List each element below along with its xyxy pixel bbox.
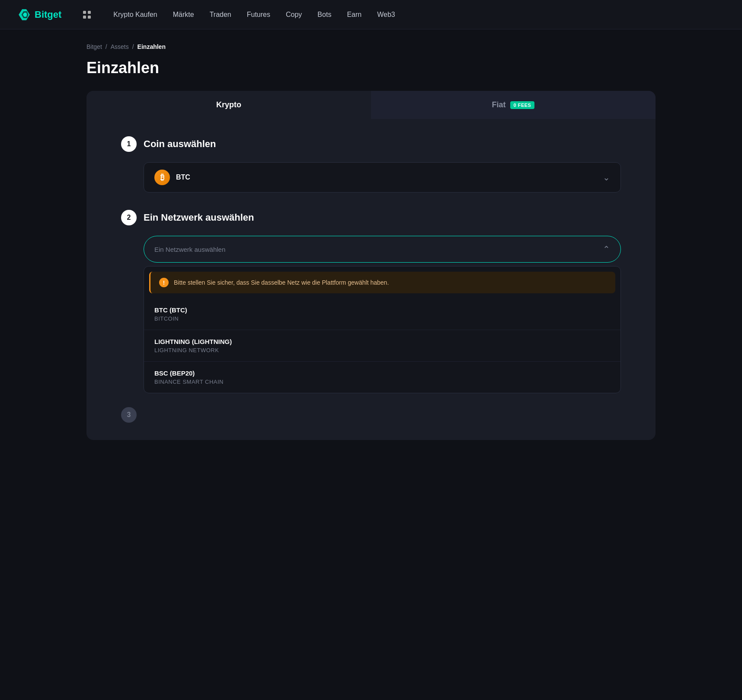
warning-text: Bitte stellen Sie sicher, dass Sie dasse…: [174, 279, 389, 286]
step1-number: 1: [121, 136, 137, 152]
breadcrumb-current: Einzahlen: [138, 43, 166, 50]
tab-krypto[interactable]: Krypto: [86, 91, 371, 119]
nav-traden[interactable]: Traden: [202, 7, 239, 22]
coin-name: BTC: [176, 173, 190, 181]
tab-fiat[interactable]: Fiat 0 FEES: [371, 91, 656, 119]
network-option-lightning[interactable]: LIGHTNING (LIGHTNING) Lightning Network: [144, 330, 620, 362]
logo-text: Bitget: [35, 9, 61, 20]
svg-rect-6: [88, 16, 91, 19]
step2-title: Ein Netzwerk auswählen: [144, 212, 254, 223]
breadcrumb-assets[interactable]: Assets: [111, 43, 129, 50]
step3-row: 3: [121, 407, 621, 423]
chevron-up-icon: ⌃: [603, 244, 610, 254]
step1-title: Coin auswählen: [144, 138, 216, 150]
tabs: Krypto Fiat 0 FEES: [86, 91, 656, 119]
nav-copy[interactable]: Copy: [278, 7, 310, 22]
coin-selector[interactable]: ₿ BTC ⌄: [144, 162, 621, 193]
network-btc-name: BTC (BTC): [154, 306, 610, 314]
grid-icon[interactable]: [82, 10, 92, 19]
breadcrumb-home[interactable]: Bitget: [86, 43, 102, 50]
btc-icon: ₿: [154, 170, 170, 185]
fees-badge: 0 FEES: [510, 101, 535, 109]
chevron-down-icon: ⌄: [603, 172, 610, 183]
nav-maerkte[interactable]: Märkte: [165, 7, 202, 22]
warning-banner: ! Bitte stellen Sie sicher, dass Sie das…: [149, 272, 615, 293]
network-lightning-name: LIGHTNING (LIGHTNING): [154, 338, 610, 345]
tab-fiat-label: Fiat: [492, 100, 506, 109]
warning-icon: !: [159, 278, 169, 287]
breadcrumb-sep1: /: [106, 43, 107, 50]
network-option-bsc[interactable]: BSC (BEP20) Binance Smart Chain: [144, 362, 620, 393]
step1-row: 1 Coin auswählen: [121, 136, 621, 152]
breadcrumb: Bitget / Assets / Einzahlen: [0, 29, 742, 55]
coin-selector-left: ₿ BTC: [154, 170, 190, 185]
main-content: Krypto Fiat 0 FEES 1 Coin auswählen ₿ BT…: [0, 91, 742, 440]
network-lightning-sub: Lightning Network: [154, 347, 610, 353]
page-title: Einzahlen: [0, 55, 742, 91]
network-dropdown: ! Bitte stellen Sie sicher, dass Sie das…: [144, 266, 621, 393]
network-placeholder: Ein Netzwerk auswählen: [154, 246, 225, 253]
form-content: 1 Coin auswählen ₿ BTC ⌄ 2 Ein Netzwerk …: [86, 119, 656, 440]
logo-link[interactable]: Bitget: [17, 8, 61, 22]
navbar: Bitget Krypto Kaufen Märkte Traden Futur…: [0, 0, 742, 29]
nav-krypto-kaufen[interactable]: Krypto Kaufen: [106, 7, 165, 22]
step3-number: 3: [121, 407, 137, 423]
nav-web3[interactable]: Web3: [369, 7, 403, 22]
bitget-logo-icon: [17, 8, 31, 22]
network-btc-sub: BITCOIN: [154, 315, 610, 322]
step2-row: 2 Ein Netzwerk auswählen: [121, 210, 621, 225]
svg-rect-4: [88, 11, 91, 14]
network-bsc-name: BSC (BEP20): [154, 369, 610, 377]
nav-futures[interactable]: Futures: [239, 7, 278, 22]
svg-rect-3: [83, 11, 86, 14]
nav-links: Krypto Kaufen Märkte Traden Futures Copy…: [106, 7, 403, 22]
breadcrumb-sep2: /: [132, 43, 134, 50]
deposit-card: Krypto Fiat 0 FEES 1 Coin auswählen ₿ BT…: [86, 91, 656, 440]
network-option-btc[interactable]: BTC (BTC) BITCOIN: [144, 299, 620, 330]
svg-rect-5: [83, 16, 86, 19]
step2-number: 2: [121, 210, 137, 225]
network-selector[interactable]: Ein Netzwerk auswählen ⌃: [144, 236, 621, 263]
network-bsc-sub: Binance Smart Chain: [154, 379, 610, 385]
nav-bots[interactable]: Bots: [310, 7, 339, 22]
nav-earn[interactable]: Earn: [339, 7, 369, 22]
